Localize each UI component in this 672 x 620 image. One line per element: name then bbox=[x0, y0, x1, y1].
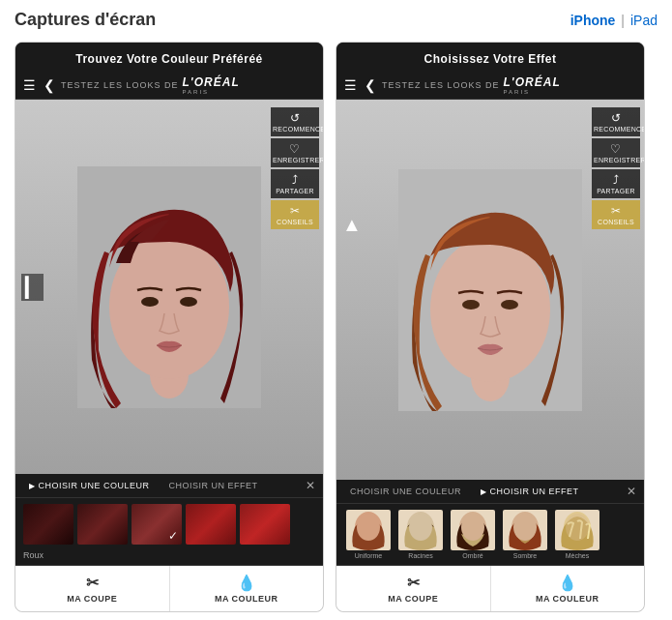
svg-point-3 bbox=[141, 297, 159, 307]
heart-icon: ♡ bbox=[273, 142, 317, 156]
screenshot-2: Choisissez Votre Effet ☰ ❮ TESTEZ LES LO… bbox=[336, 42, 645, 612]
close-tab-icon[interactable]: ✕ bbox=[306, 479, 315, 492]
swatch-4[interactable] bbox=[186, 504, 236, 545]
brand-sub-2: PARIS bbox=[504, 89, 531, 95]
effect-label-1: Uniforme bbox=[355, 552, 382, 559]
play-icon-2: ▶ bbox=[481, 487, 487, 496]
enregistrer-btn-1[interactable]: ♡ ENREGISTRER bbox=[271, 138, 319, 167]
effect-img-3 bbox=[451, 510, 495, 550]
refresh-icon-2: ↺ bbox=[594, 111, 638, 125]
conseils-btn-2[interactable]: ✂ CONSEILS bbox=[592, 200, 640, 229]
face-illustration-2 bbox=[398, 169, 582, 411]
nav-label-2: TESTEZ LES LOOKS DE bbox=[382, 80, 500, 90]
nav-label: TESTEZ LES LOOKS DE bbox=[61, 80, 179, 90]
screen-2: Choisissez Votre Effet ☰ ❮ TESTEZ LES LO… bbox=[336, 43, 644, 611]
effect-label-2: Racines bbox=[408, 552, 432, 559]
nav-bar-1: ☰ ❮ TESTEZ LES LOOKS DE L'ORÉAL PARIS bbox=[15, 72, 323, 100]
swatch-2[interactable] bbox=[77, 504, 128, 545]
color-tabs-1: ▶ CHOISIR UNE COULEUR CHOISIR UN EFFET ✕ bbox=[15, 474, 323, 498]
effect-thumbs: Uniforme Racines bbox=[336, 504, 644, 565]
effect-img-1 bbox=[346, 510, 391, 550]
screenshots-container: Trouvez Votre Couleur Préféréé ☰ ❮ TESTE… bbox=[15, 42, 657, 612]
swatch-check: ✓ bbox=[168, 529, 178, 543]
scissors-icon: ✂ bbox=[273, 204, 317, 218]
svg-point-8 bbox=[462, 300, 480, 310]
iphone-tab[interactable]: iPhone bbox=[570, 13, 616, 28]
swatch-1[interactable] bbox=[23, 504, 73, 545]
nav-bar-2: ☰ ❮ TESTEZ LES LOOKS DE L'ORÉAL PARIS bbox=[336, 72, 644, 100]
partager-btn-2[interactable]: ⤴ PARTAGER bbox=[592, 169, 640, 198]
effect-img-5 bbox=[555, 510, 599, 550]
couleur-tab-1[interactable]: ▶ CHOISIR UNE COULEUR bbox=[23, 479, 156, 492]
close-tab-icon-2[interactable]: ✕ bbox=[627, 485, 636, 498]
ma-couleur-btn-2[interactable]: 💧 MA COULEUR bbox=[491, 566, 645, 611]
face-illustration-1 bbox=[77, 166, 261, 408]
effect-meches[interactable]: Mèches bbox=[553, 510, 601, 559]
hamburger-icon[interactable]: ☰ bbox=[23, 77, 36, 93]
screen-title-1: Trouvez Votre Couleur Préféréé bbox=[15, 43, 323, 72]
effet-tab-2[interactable]: ▶ CHOISIR UN EFFET bbox=[475, 485, 585, 498]
color-tabs-2: CHOISIR UNE COULEUR ▶ CHOISIR UN EFFET ✕ bbox=[336, 480, 644, 504]
brand-name-2: L'ORÉAL bbox=[504, 75, 561, 89]
effect-uniforme[interactable]: Uniforme bbox=[344, 510, 393, 559]
screenshot-1: Trouvez Votre Couleur Préféréé ☰ ❮ TESTE… bbox=[15, 42, 324, 612]
back-icon-2[interactable]: ❮ bbox=[365, 77, 376, 93]
brand-name: L'ORÉAL bbox=[183, 75, 240, 89]
drop-action-icon: 💧 bbox=[237, 574, 257, 592]
recommencer-btn-2[interactable]: ↺ RECOMMENCER bbox=[592, 107, 640, 136]
share-icon: ⤴ bbox=[273, 173, 317, 187]
screen-title-2: Choisissez Votre Effet bbox=[336, 43, 644, 72]
enregistrer-btn-2[interactable]: ♡ ENREGISTRER bbox=[592, 138, 640, 167]
svg-point-15 bbox=[461, 514, 484, 541]
share-icon-2: ⤴ bbox=[594, 173, 638, 187]
swatch-5[interactable] bbox=[240, 504, 290, 545]
hamburger-icon-2[interactable]: ☰ bbox=[344, 77, 357, 93]
effect-ombre[interactable]: Ombré bbox=[449, 510, 497, 559]
side-toolbar-2: ↺ RECOMMENCER ♡ ENREGISTRER ⤴ PARTAGER ✂… bbox=[592, 107, 640, 229]
device-separator: | bbox=[621, 13, 625, 28]
recommencer-btn-1[interactable]: ↺ RECOMMENCER bbox=[271, 107, 319, 136]
face-area-1: ↺ RECOMMENCER ♡ ENREGISTRER ⤴ PARTAGER ✂… bbox=[15, 100, 323, 474]
effect-img-2 bbox=[398, 510, 443, 550]
ma-coupe-btn-1[interactable]: ✂ MA COUPE bbox=[15, 566, 170, 611]
bottom-actions-1: ✂ MA COUPE 💧 MA COULEUR bbox=[15, 565, 323, 611]
effect-racines[interactable]: Racines bbox=[396, 510, 445, 559]
bottom-actions-2: ✂ MA COUPE 💧 MA COULEUR bbox=[336, 565, 644, 611]
conseils-btn-1[interactable]: ✂ CONSEILS bbox=[271, 200, 319, 229]
svg-point-9 bbox=[501, 300, 518, 310]
heart-icon-2: ♡ bbox=[594, 142, 638, 156]
back-icon[interactable]: ❮ bbox=[44, 77, 55, 93]
brand-sub: PARIS bbox=[183, 89, 210, 95]
svg-point-17 bbox=[513, 514, 537, 541]
brand-block: L'ORÉAL PARIS bbox=[183, 75, 240, 95]
couleur-tab-2[interactable]: CHOISIR UNE COULEUR bbox=[344, 485, 467, 498]
bottom-section-1: ▶ CHOISIR UNE COULEUR CHOISIR UN EFFET ✕… bbox=[15, 474, 323, 565]
svg-point-19 bbox=[566, 514, 589, 541]
drop-action-icon-2: 💧 bbox=[558, 574, 578, 592]
effet-tab-1[interactable]: CHOISIR UN EFFET bbox=[163, 479, 264, 492]
scissors-action-icon: ✂ bbox=[86, 574, 100, 592]
effect-label-3: Ombré bbox=[462, 552, 482, 559]
effect-img-4 bbox=[503, 510, 547, 550]
side-toolbar-1: ↺ RECOMMENCER ♡ ENREGISTRER ⤴ PARTAGER ✂… bbox=[271, 107, 319, 229]
ipad-tab[interactable]: iPad bbox=[630, 13, 657, 28]
ma-couleur-btn-1[interactable]: 💧 MA COULEUR bbox=[170, 566, 324, 611]
ma-coupe-btn-2[interactable]: ✂ MA COUPE bbox=[336, 566, 491, 611]
effect-sombre[interactable]: Sombre bbox=[501, 510, 549, 559]
page-header: Captures d'écran iPhone | iPad bbox=[15, 10, 657, 30]
bottom-section-2: CHOISIR UNE COULEUR ▶ CHOISIR UN EFFET ✕ bbox=[336, 480, 644, 565]
device-tabs: iPhone | iPad bbox=[570, 13, 657, 28]
page-title: Captures d'écran bbox=[15, 10, 156, 30]
svg-point-11 bbox=[357, 514, 380, 541]
svg-point-7 bbox=[430, 237, 550, 382]
face-area-2: ↺ RECOMMENCER ♡ ENREGISTRER ⤴ PARTAGER ✂… bbox=[336, 100, 644, 480]
slider-arrow-left-1[interactable]: ▎ bbox=[21, 274, 44, 301]
color-swatches-1: ✓ bbox=[15, 498, 323, 550]
partager-btn-1[interactable]: ⤴ PARTAGER bbox=[271, 169, 319, 198]
brand-block-2: L'ORÉAL PARIS bbox=[504, 75, 561, 95]
swatch-3[interactable]: ✓ bbox=[131, 504, 182, 545]
swatch-label-1: Roux bbox=[15, 550, 323, 565]
refresh-icon: ↺ bbox=[273, 111, 317, 125]
slider-arrow-up[interactable]: ▲ bbox=[342, 214, 362, 236]
screen-1: Trouvez Votre Couleur Préféréé ☰ ❮ TESTE… bbox=[15, 43, 323, 611]
